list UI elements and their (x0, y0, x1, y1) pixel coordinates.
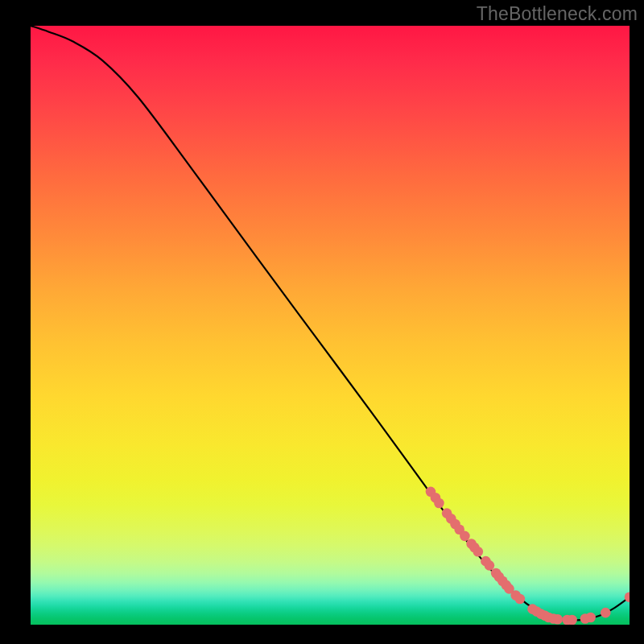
chart-marker (601, 608, 611, 618)
chart-marker (585, 613, 596, 623)
chart-marker (552, 614, 563, 625)
chart-plot-area (31, 26, 630, 625)
chart-marker (515, 594, 526, 605)
chart-marker (460, 531, 470, 542)
chart-curve-line (31, 26, 630, 620)
attribution-text: TheBottleneck.com (477, 3, 638, 25)
chart-marker (567, 615, 577, 625)
chart-marker (434, 498, 444, 509)
chart-marker (473, 547, 483, 557)
chart-svg (31, 26, 630, 625)
chart-marker (485, 560, 495, 571)
